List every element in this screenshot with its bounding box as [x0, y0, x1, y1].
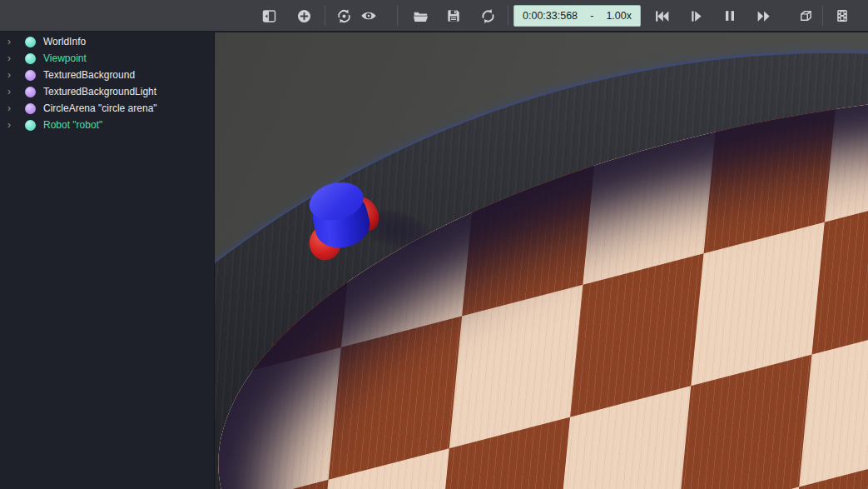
perspective-projection-button[interactable]	[794, 4, 817, 27]
save-world-icon	[445, 7, 462, 24]
node-label: Viewpoint	[43, 52, 87, 64]
node-label: Robot "robot"	[43, 119, 102, 131]
scene-tree-node[interactable]: › CircleArena "circle arena"	[0, 100, 214, 117]
perspective-cube-icon	[797, 7, 815, 25]
expand-chevron-icon[interactable]: ›	[7, 103, 19, 113]
scene-tree-node[interactable]: › Viewpoint	[0, 50, 214, 67]
node-label: WorldInfo	[43, 36, 86, 47]
add-node-icon	[295, 7, 313, 25]
node-type-icon	[25, 120, 36, 131]
render-toggle-button[interactable]	[357, 4, 380, 27]
movie-record-icon	[834, 7, 851, 24]
node-type-icon	[25, 70, 36, 81]
node-label: TexturedBackgroundLight	[43, 86, 156, 97]
scene-tree-node[interactable]: › TexturedBackgroundLight	[0, 83, 214, 100]
add-node-button[interactable]	[292, 4, 315, 27]
simulation-time-display: 0:00:33:568 - 1.00x	[513, 5, 641, 27]
rewind-button[interactable]	[650, 4, 673, 27]
expand-chevron-icon[interactable]: ›	[7, 37, 19, 47]
toolbar-separator	[325, 6, 325, 26]
open-world-folder-icon	[412, 7, 429, 25]
scene-tree-panel: › WorldInfo › Viewpoint › TexturedBackgr…	[0, 32, 215, 489]
expand-chevron-icon[interactable]: ›	[7, 87, 19, 97]
scene-tree: › WorldInfo › Viewpoint › TexturedBackgr…	[0, 32, 214, 133]
pause-button[interactable]	[718, 4, 742, 27]
fast-forward-icon	[756, 7, 773, 25]
restore-viewpoint-icon	[335, 7, 353, 25]
webots-window: 0:00:33:568 - 1.00x	[0, 0, 868, 489]
scene-tree-node[interactable]: › WorldInfo	[0, 33, 214, 50]
time-speed-separator: -	[590, 10, 593, 22]
step-icon	[687, 7, 705, 25]
node-type-icon	[25, 87, 36, 97]
scene-tree-node[interactable]: › Robot "robot"	[0, 117, 214, 133]
movie-record-button[interactable]	[831, 4, 854, 27]
node-type-icon	[25, 53, 36, 64]
save-world-button[interactable]	[442, 4, 465, 27]
node-label: CircleArena "circle arena"	[43, 102, 157, 114]
expand-chevron-icon[interactable]: ›	[7, 70, 19, 80]
node-label: TexturedBackground	[43, 69, 135, 81]
reload-world-icon	[479, 7, 497, 25]
3d-viewport[interactable]	[215, 32, 868, 489]
sim-speed: 1.00x	[606, 10, 632, 22]
toggle-scene-tree-button[interactable]	[257, 4, 280, 27]
toolbar-separator	[397, 6, 398, 26]
pause-icon	[722, 7, 738, 24]
reload-world-button[interactable]	[476, 4, 499, 27]
toggle-scene-tree-icon	[260, 7, 278, 25]
rewind-icon	[653, 7, 671, 25]
expand-chevron-icon[interactable]: ›	[7, 120, 19, 130]
toolbar-separator	[508, 6, 508, 26]
sim-time: 0:00:33:568	[523, 10, 578, 22]
scene-tree-node[interactable]: › TexturedBackground	[0, 67, 214, 83]
fast-forward-button[interactable]	[752, 4, 776, 27]
render-eye-icon	[360, 7, 378, 25]
restore-viewpoint-button[interactable]	[332, 4, 355, 27]
open-world-button[interactable]	[409, 4, 432, 27]
node-type-icon	[25, 103, 36, 114]
node-type-icon	[25, 37, 36, 47]
expand-chevron-icon[interactable]: ›	[7, 53, 19, 63]
step-button[interactable]	[684, 4, 707, 27]
main-toolbar: 0:00:33:568 - 1.00x	[0, 0, 868, 32]
toolbar-separator	[822, 6, 823, 26]
